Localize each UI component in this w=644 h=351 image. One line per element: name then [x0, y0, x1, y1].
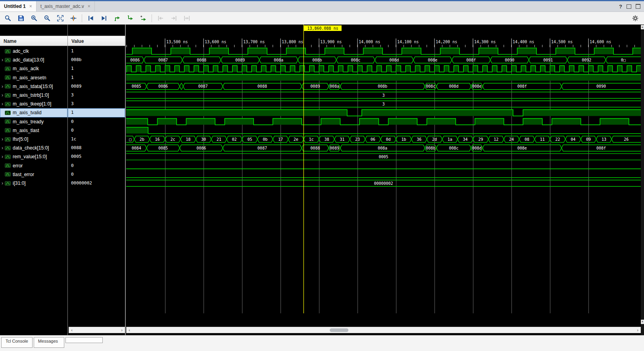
logic-signal-icon — [5, 119, 11, 124]
previous-transition-button[interactable] — [85, 13, 96, 23]
signal-row-error[interactable]: error — [0, 161, 67, 170]
search-icon — [4, 15, 12, 22]
scroll-right-icon[interactable]: › — [119, 327, 125, 333]
signal-row-m_axis_aresetn[interactable]: m_axis_aresetn — [0, 73, 67, 82]
signal-row-data_check-15-0[interactable]: ›data_check[15:0] — [0, 144, 67, 152]
signal-row-adc_clk[interactable]: adc_clk — [0, 47, 67, 56]
settings-gear-icon — [632, 15, 639, 22]
next-transition-button[interactable] — [98, 13, 109, 23]
svg-text:17: 17 — [278, 137, 283, 142]
expand-icon[interactable]: › — [0, 101, 5, 107]
expand-icon[interactable]: › — [0, 92, 5, 98]
svg-text:06: 06 — [371, 137, 375, 142]
wave-row-m_axis_tvalid[interactable] — [126, 109, 641, 116]
svg-text:16: 16 — [155, 137, 160, 142]
signal-name: rem_value[15:0] — [13, 154, 47, 159]
signal-row-m_axis_tlast[interactable]: m_axis_tlast — [0, 126, 67, 135]
titlebar-controls: ? — [619, 1, 644, 12]
scrollbar-thumb[interactable] — [330, 328, 348, 332]
save-wave-config-button[interactable] — [15, 13, 26, 23]
vertical-scrollbar[interactable]: ▲ ▼ — [641, 25, 644, 335]
svg-text:14,500 ns: 14,500 ns — [551, 40, 573, 44]
zoom-in-button[interactable] — [29, 13, 39, 23]
time-ruler[interactable]: 13,500 ns13,600 ns13,700 ns13,800 ns13,9… — [127, 38, 635, 47]
zoom-out-button[interactable] — [42, 13, 52, 23]
tab-unlabeled[interactable] — [65, 337, 103, 343]
names-panel: Name adc_clk›adc_data[13:0]m_axis_aclkm_… — [0, 25, 68, 335]
close-icon[interactable]: × — [88, 4, 90, 9]
float-window-icon[interactable] — [627, 4, 631, 9]
wave-row-m_axis_aresetn[interactable] — [126, 75, 641, 81]
svg-text:02: 02 — [232, 137, 237, 142]
signal-name: error — [13, 163, 23, 169]
zoom-to-cursor-button[interactable] — [68, 13, 79, 23]
search-button[interactable] — [2, 13, 13, 23]
signal-row-tlast_error[interactable]: tlast_error — [0, 170, 67, 179]
svg-text:0086: 0086 — [158, 84, 168, 88]
tab-tcl-console[interactable]: Tcl Console — [1, 337, 33, 348]
goto-cursor-button[interactable] — [125, 13, 135, 23]
settings-gear-button[interactable] — [630, 13, 640, 23]
svg-text:14,100 ns: 14,100 ns — [397, 40, 419, 44]
wave-hscrollbar[interactable]: ‹ › — [126, 327, 641, 333]
waveform-canvas[interactable]: 13,500 ns13,600 ns13,700 ns13,800 ns13,9… — [126, 25, 641, 325]
signal-row-m_axis_tstrb-1-0[interactable]: ›m_axis_tstrb[1:0] — [0, 91, 67, 100]
wave-row-m_axis_aclk[interactable] — [126, 65, 641, 72]
zoom-fit-button[interactable] — [55, 13, 65, 23]
scroll-left-icon[interactable]: ‹ — [69, 327, 75, 333]
scroll-left-icon[interactable]: ‹ — [127, 327, 132, 333]
signal-name: m_axis_tdata[15:0] — [13, 84, 53, 89]
expand-icon[interactable]: › — [0, 84, 5, 89]
signal-row-adc_data-13-0[interactable]: ›adc_data[13:0] — [0, 56, 67, 64]
maximize-window-icon[interactable] — [636, 4, 640, 9]
help-icon[interactable]: ? — [619, 4, 622, 10]
signal-row-rem_value-15-0[interactable]: ›rem_value[15:0] — [0, 152, 67, 161]
signal-value-m_axis_aresetn: 1 — [68, 73, 125, 82]
tab-messages[interactable]: Messages — [34, 337, 64, 348]
expand-icon[interactable]: › — [0, 145, 5, 151]
signal-name: m_axis_tstrb[1:0] — [13, 92, 49, 98]
svg-text:3: 3 — [382, 93, 384, 98]
svg-text:13,860.088 ns: 13,860.088 ns — [307, 26, 338, 31]
signal-value-lfsr-5-0: 1c — [68, 135, 125, 144]
signal-row-m_axis_tkeep-1-0[interactable]: ›m_axis_tkeep[1:0] — [0, 100, 67, 108]
scroll-down-icon[interactable]: ▼ — [641, 320, 644, 324]
swap-cursor-button[interactable] — [111, 13, 122, 23]
names-hscrollbar[interactable]: ‹ › — [69, 327, 125, 333]
expand-icon[interactable]: › — [0, 57, 5, 63]
svg-text:008c: 008c — [351, 58, 360, 62]
signal-name: data_check[15:0] — [13, 145, 49, 151]
svg-text:008d: 008d — [389, 58, 399, 62]
svg-text:13,600 ns: 13,600 ns — [205, 40, 226, 44]
expand-icon[interactable]: › — [0, 136, 5, 142]
svg-text:008e: 008e — [428, 58, 437, 62]
scroll-right-icon[interactable]: › — [635, 327, 640, 333]
signal-row-lfsr-5-0[interactable]: ›lfsr[5:0] — [0, 135, 67, 144]
signal-row-m_axis_tready[interactable]: m_axis_tready — [0, 117, 67, 126]
svg-text:0092: 0092 — [582, 58, 591, 62]
signal-row-m_axis_tvalid[interactable]: m_axis_tvalid — [0, 108, 67, 117]
tab-t-axis-master-adc[interactable]: t_axis_master_adc.v × — [37, 1, 95, 12]
svg-text:31: 31 — [340, 137, 344, 142]
tab-untitled-1[interactable]: Untitled 1 × — [0, 1, 37, 12]
wave-row-m_axis_tready[interactable] — [126, 119, 641, 125]
expand-icon[interactable]: › — [0, 180, 5, 186]
svg-text:0090: 0090 — [505, 58, 514, 62]
add-marker-button[interactable] — [138, 13, 148, 23]
svg-text:0087: 0087 — [258, 146, 267, 150]
signal-name: m_axis_tready — [13, 119, 44, 125]
signal-name: m_axis_tlast — [13, 128, 39, 133]
expand-icon[interactable]: › — [0, 154, 5, 159]
toolbar-separator — [152, 14, 152, 22]
toolbar-separator — [82, 14, 82, 22]
signal-row-i-31-0[interactable]: ›i[31:0] — [0, 179, 67, 188]
logic-signal-icon — [5, 75, 11, 80]
svg-text:23: 23 — [355, 137, 360, 142]
svg-text:38: 38 — [324, 137, 329, 142]
waveform-area[interactable]: 13,500 ns13,600 ns13,700 ns13,800 ns13,9… — [126, 25, 641, 325]
signal-row-m_axis_tdata-15-0[interactable]: ›m_axis_tdata[15:0] — [0, 82, 67, 91]
signal-name: adc_data[13:0] — [13, 57, 44, 63]
signal-row-m_axis_aclk[interactable]: m_axis_aclk — [0, 64, 67, 73]
close-icon[interactable]: × — [29, 4, 32, 9]
scroll-up-icon[interactable]: ▲ — [641, 25, 644, 29]
